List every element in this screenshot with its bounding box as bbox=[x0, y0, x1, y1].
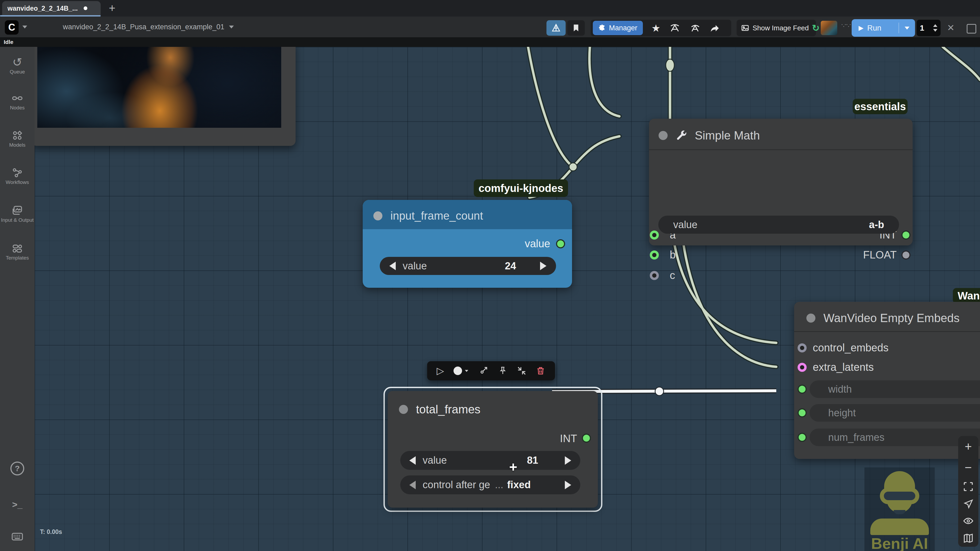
node-title: total_frames bbox=[416, 403, 480, 416]
new-tab-button[interactable]: + bbox=[106, 2, 118, 14]
badge-label: comfyui-kjnodes bbox=[479, 182, 563, 194]
decrement-arrow-icon[interactable] bbox=[389, 262, 396, 270]
bypass-icon[interactable] bbox=[478, 366, 488, 376]
height-widget[interactable]: height bbox=[810, 404, 980, 422]
watermark-smile bbox=[894, 510, 905, 514]
collapse-dot[interactable] bbox=[373, 211, 382, 221]
output-socket-float[interactable] bbox=[902, 251, 910, 259]
delete-icon[interactable] bbox=[536, 366, 546, 376]
increment-arrow-icon[interactable] bbox=[540, 262, 546, 270]
browser-tabstrip: wanvideo_2_2_14B_... + bbox=[0, 0, 980, 16]
visibility-button[interactable] bbox=[963, 516, 974, 526]
collapse-dot[interactable] bbox=[659, 131, 668, 140]
select-mode-button[interactable] bbox=[963, 498, 974, 509]
increment-arrow-icon[interactable] bbox=[565, 481, 571, 489]
widget-label: control after ge bbox=[423, 479, 490, 491]
input-socket-a[interactable] bbox=[650, 230, 659, 240]
node-total-frames[interactable]: total_frames INT value 81 control after … bbox=[388, 391, 598, 508]
show-image-feed-button[interactable]: Show Image Feed ↻ bbox=[737, 20, 816, 36]
num-frames-widget[interactable]: num_frames bbox=[810, 429, 980, 446]
wire-dot[interactable] bbox=[655, 387, 663, 395]
status-bar: Idle bbox=[0, 37, 980, 47]
reroute-dot[interactable] bbox=[569, 163, 577, 171]
terminal-button[interactable]: >_ bbox=[0, 499, 35, 510]
run-button-group: ▶ Run bbox=[852, 19, 915, 37]
translate-a-icon[interactable] bbox=[670, 23, 680, 33]
canvas-view-toolbar: + − bbox=[958, 436, 978, 547]
output-label: INT bbox=[560, 433, 577, 445]
node-simple-math[interactable]: Simple Math a b c INT FLOAT value a-b bbox=[649, 119, 913, 245]
value-widget[interactable]: value a-b bbox=[658, 216, 899, 234]
value-widget[interactable]: value 24 bbox=[380, 257, 556, 275]
image-preview-node[interactable] bbox=[35, 47, 296, 146]
panel-toggle-icon[interactable] bbox=[967, 24, 976, 33]
output-socket-int[interactable] bbox=[902, 230, 910, 240]
input-socket-height[interactable] bbox=[797, 408, 807, 418]
drag-handle-icon[interactable]: ⸪⸪ bbox=[842, 24, 848, 33]
stepper-arrows-icon[interactable] bbox=[933, 24, 937, 32]
input-socket-c[interactable] bbox=[650, 271, 659, 280]
batch-count-stepper[interactable]: 1 bbox=[916, 20, 940, 36]
input-socket-b[interactable] bbox=[650, 251, 659, 259]
increment-arrow-icon[interactable] bbox=[565, 456, 571, 465]
output-label: FLOAT bbox=[863, 249, 897, 261]
widget-value: a-b bbox=[869, 219, 884, 230]
input-socket-num-frames[interactable] bbox=[797, 433, 807, 442]
graph-view-button[interactable] bbox=[546, 20, 566, 36]
comfyui-logo[interactable]: C bbox=[5, 20, 19, 35]
workflow-name-menu[interactable]: wanvideo_2_2_14B_Pusa_extension_example_… bbox=[63, 23, 234, 31]
minimap-button[interactable] bbox=[963, 533, 974, 543]
wrench-icon bbox=[675, 129, 687, 141]
favorites-star-icon[interactable]: ★ bbox=[651, 22, 660, 34]
value-widget[interactable]: value 81 bbox=[400, 451, 580, 470]
reroute-dot[interactable] bbox=[666, 59, 674, 71]
bookmark-button[interactable] bbox=[567, 20, 585, 36]
sidebar-item-workflows[interactable]: Workflows bbox=[0, 167, 35, 185]
sidebar-item-label: Models bbox=[0, 142, 35, 148]
perf-stats: T: 0.00s I: 0 N: 49 [7] V: 147 FPS:117.6… bbox=[40, 513, 72, 551]
fit-view-button[interactable] bbox=[963, 481, 974, 492]
manager-button[interactable]: Manager bbox=[593, 21, 643, 35]
node-input-frame-count[interactable]: input_frame_count value value 24 bbox=[363, 200, 572, 288]
nodes-icon bbox=[12, 93, 23, 104]
sidebar-item-models[interactable]: Models bbox=[0, 130, 35, 148]
width-widget[interactable]: width bbox=[810, 380, 980, 398]
collapse-dot[interactable] bbox=[807, 314, 815, 322]
widget-value: 81 bbox=[527, 455, 538, 466]
image-thumbnail-button[interactable] bbox=[821, 21, 837, 35]
output-socket-int[interactable] bbox=[582, 433, 591, 443]
browser-tab[interactable]: wanvideo_2_2_14B_... bbox=[2, 1, 101, 16]
zoom-in-button[interactable]: + bbox=[965, 439, 972, 454]
color-picker-button[interactable] bbox=[453, 367, 469, 375]
sidebar-item-input-output[interactable]: Input & Output bbox=[0, 205, 35, 223]
decrement-arrow-icon[interactable] bbox=[409, 481, 416, 489]
run-node-icon[interactable]: ▷ bbox=[437, 365, 444, 376]
input-socket-control-embeds[interactable] bbox=[797, 343, 807, 353]
history-icon: ↺ bbox=[13, 56, 22, 69]
run-options-button[interactable] bbox=[899, 27, 915, 30]
share-arrow-icon[interactable] bbox=[710, 23, 720, 33]
node-wanvideo-empty-embeds[interactable]: WanVideo Empty Embeds control_embeds ima… bbox=[794, 302, 980, 459]
output-socket-value[interactable] bbox=[556, 239, 565, 248]
sidebar-item-label: Input & Output bbox=[0, 217, 35, 223]
sidebar-item-nodes[interactable]: Nodes bbox=[0, 93, 35, 111]
run-button[interactable]: ▶ Run bbox=[852, 24, 899, 32]
chevron-down-icon[interactable] bbox=[22, 25, 27, 29]
sidebar-item-queue[interactable]: ↺ Queue bbox=[0, 56, 35, 75]
collapse-icon[interactable] bbox=[517, 366, 527, 376]
terminal-icon: >_ bbox=[12, 499, 22, 510]
input-socket-width[interactable] bbox=[797, 384, 807, 394]
control-after-generate-widget[interactable]: control after ge ... fixed bbox=[400, 475, 580, 494]
input-socket-extra-latents[interactable] bbox=[797, 363, 807, 372]
zoom-out-button[interactable]: − bbox=[965, 460, 972, 475]
translate-a-alt-icon[interactable] bbox=[690, 23, 700, 33]
pin-icon[interactable] bbox=[498, 366, 508, 376]
help-button[interactable]: ? bbox=[0, 462, 35, 475]
sidebar-item-templates[interactable]: Templates bbox=[0, 243, 35, 261]
decrement-arrow-icon[interactable] bbox=[409, 456, 416, 465]
close-icon[interactable]: ✕ bbox=[947, 22, 955, 33]
shortcuts-button[interactable] bbox=[0, 530, 35, 543]
collapse-dot[interactable] bbox=[399, 405, 408, 414]
pyramid-icon bbox=[551, 22, 562, 33]
graph-canvas[interactable]: essentials comfyui-kjnodes WanVideoW Sim… bbox=[35, 47, 980, 551]
